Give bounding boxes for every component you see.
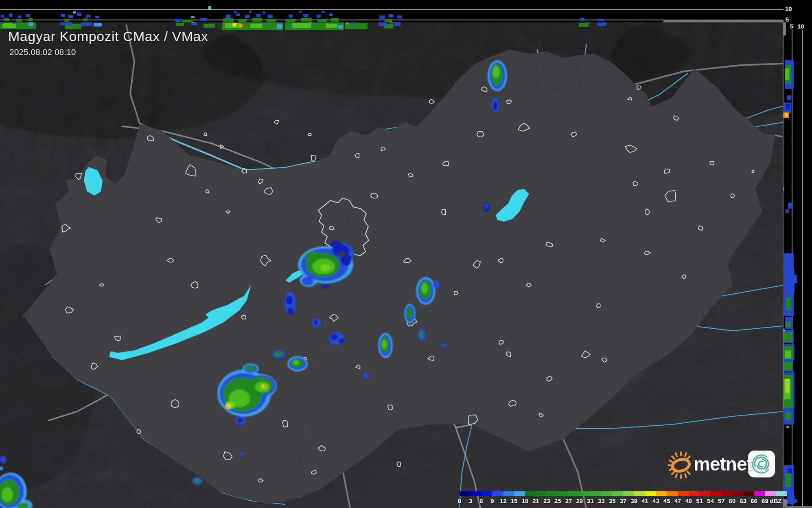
legend-color-block [471,491,482,496]
legend-color-bar [460,491,797,496]
legend-label: 45 [663,497,670,504]
legend-label: 69 [762,497,768,504]
sun-icon [668,452,691,478]
legend-color-block [656,491,667,496]
top-profile-strip [0,0,784,22]
legend-label: 63 [740,497,746,504]
legend-label: 39 [630,497,637,504]
legend-color-block [591,491,602,496]
legend-label: 43 [652,497,659,504]
legend-color-block [492,491,503,496]
legend-label: 33 [598,497,605,504]
legend-color-block [558,491,569,496]
legend-color-block [667,491,678,496]
legend-color-block [536,491,547,496]
legend-label: 35 [609,497,616,504]
legend-label: 15 [511,497,518,504]
metnet-logo: metnet [668,447,781,482]
legend-color-block [765,491,776,496]
radar-composite-screen: Magyar Kompozit CMax / VMax 2025.08.02 0… [0,0,812,508]
radar-map-canvas [0,0,812,508]
right-strip-height-label-10: 10 [797,23,804,30]
legend-color-block [754,491,765,496]
legend-label: 54 [707,497,714,504]
legend-label: 23 [543,497,550,504]
legend-color-block [710,491,721,496]
legend-label: 12 [500,497,507,504]
map-area [0,4,812,508]
right-profile-strip [781,0,812,508]
top-strip-height-label-10: 10 [785,5,792,12]
legend-label: 57 [718,497,725,504]
legend-color-block [700,491,711,496]
legend-label: 21 [532,497,539,504]
legend-label: 51 [696,497,703,504]
legend-unit-label: dBZ [770,497,782,504]
legend-color-block [776,491,787,496]
right-strip-height-label-5: 5 [790,23,793,30]
legend-color-block [601,491,612,496]
legend-label: 49 [685,497,692,504]
legend-color-block [732,491,743,496]
legend-label: 9 [490,497,494,504]
legend-label: 66 [751,497,757,504]
legend-label: 25 [554,497,561,504]
legend-label: 18 [521,497,528,504]
top-strip-terrain-profile [663,20,784,22]
legend-color-block [503,491,514,496]
legend-color-block [678,491,689,496]
legend-color-block [569,491,580,496]
legend-label: 47 [674,497,681,504]
metnet-wordmark: metnet [694,453,753,475]
legend-label: 37 [620,497,627,504]
legend-color-block [612,491,623,496]
legend-label: 0 [458,497,461,504]
legend-label: 60 [729,497,736,504]
legend-label: 29 [576,497,583,504]
legend-color-block [482,491,492,496]
legend-color-block [721,491,732,496]
timestamp: 2025.08.02 08:10 [9,47,76,57]
legend-color-block [514,491,525,496]
legend-color-block [645,491,656,496]
legend-color-block [580,491,591,496]
legend-label: 6 [479,497,483,504]
legend-label: 41 [641,497,648,504]
dbz-legend: 0369121518212325272931333537394143454749… [460,491,797,508]
legend-color-block [623,491,634,496]
legend-color-block [460,491,471,496]
legend-color-block [689,491,700,496]
legend-labels: 0369121518212325272931333537394143454749… [460,497,797,506]
page-title: Magyar Kompozit CMax / VMax [8,29,208,44]
legend-label: 27 [565,497,572,504]
legend-color-block [525,491,536,496]
legend-color-block [634,491,645,496]
top-strip-height-label-5: 5 [786,16,789,23]
legend-color-block [547,491,558,496]
legend-color-block [743,491,754,496]
legend-label: 3 [469,497,472,504]
legend-label: 31 [587,497,594,504]
